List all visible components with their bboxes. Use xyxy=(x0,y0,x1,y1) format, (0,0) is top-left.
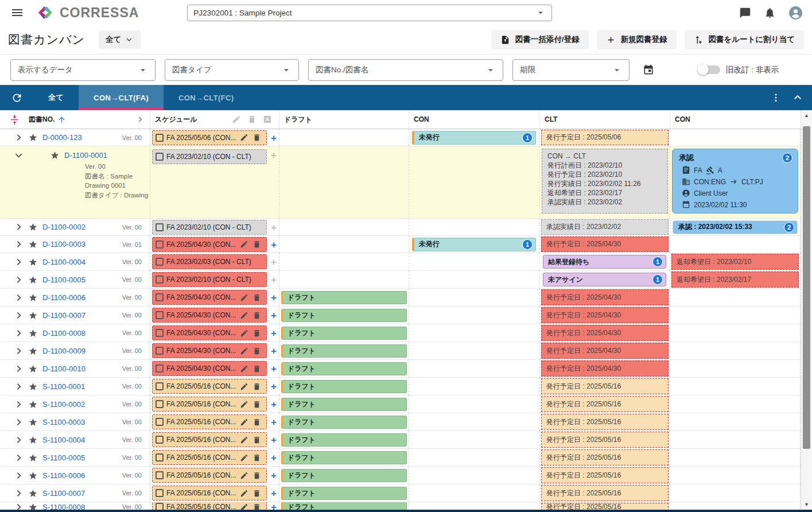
issue-info-card[interactable]: CON → CLT発行計画日 : 2023/02/10発行予定日 : 2023/… xyxy=(542,149,668,214)
bulk-attach-register-button[interactable]: 図書一括添付/登録 xyxy=(491,30,589,49)
add-schedule-button[interactable]: + xyxy=(271,453,277,463)
date-cell[interactable]: 発行予定日 : 2025/05/16 xyxy=(541,396,669,412)
schedule-card[interactable]: FA 2025/05/16 (CON... xyxy=(152,379,267,394)
date-cell[interactable]: 発行予定日 : 2025/04/30 xyxy=(541,325,669,341)
expand-row-icon[interactable] xyxy=(14,133,24,142)
pencil-icon[interactable] xyxy=(240,489,248,498)
doc-number-link[interactable]: D-1100-0006 xyxy=(42,293,86,302)
add-schedule-button[interactable]: + xyxy=(271,328,277,338)
add-schedule-button[interactable]: + xyxy=(271,311,277,320)
schedule-card[interactable]: FA 2023/02/10 (CON - CLT) xyxy=(152,272,267,287)
checkbox[interactable] xyxy=(156,311,164,319)
scroll-down-arrow-icon[interactable]: ▼ xyxy=(801,499,812,510)
kebab-menu-icon[interactable] xyxy=(771,92,781,103)
doc-number-link[interactable]: D-1100-0001 xyxy=(64,151,107,160)
doc-no-name-input[interactable]: 図書No./図書名 xyxy=(308,59,503,81)
expand-row-icon[interactable] xyxy=(14,488,24,498)
add-schedule-button[interactable]: + xyxy=(271,471,277,480)
add-schedule-button[interactable]: + xyxy=(271,417,277,427)
chat-icon[interactable] xyxy=(739,7,751,19)
favorite-star-icon[interactable] xyxy=(28,257,38,267)
draft-card[interactable]: ドラフト xyxy=(281,469,407,482)
favorite-star-icon[interactable] xyxy=(28,488,38,498)
scroll-up-arrow-icon[interactable]: ▲ xyxy=(801,110,812,121)
trash-icon[interactable] xyxy=(252,364,261,373)
approved-bar[interactable]: 承認 : 2023/02/02 15:332 xyxy=(673,220,798,234)
pencil-icon[interactable] xyxy=(240,240,248,249)
pencil-icon[interactable] xyxy=(240,311,248,320)
doc-number-link[interactable]: S-1100-0004 xyxy=(42,436,85,444)
scrollbar-thumb[interactable] xyxy=(803,126,810,449)
scope-filter-button[interactable]: 全て xyxy=(99,30,141,49)
schedule-card[interactable]: FA 2025/04/30 (CON... xyxy=(152,361,267,376)
schedule-card[interactable]: FA 2023/02/03 (CON - CLT) xyxy=(152,254,267,269)
add-schedule-button[interactable]: + xyxy=(271,435,277,445)
doc-number-link[interactable]: D-1100-0004 xyxy=(42,258,86,266)
favorite-star-icon[interactable] xyxy=(28,239,38,249)
draft-card[interactable]: ドラフト xyxy=(281,433,407,447)
favorite-star-icon[interactable] xyxy=(28,453,38,463)
add-schedule-button[interactable]: + xyxy=(271,222,277,232)
doc-number-link[interactable]: D-1100-0002 xyxy=(42,223,86,231)
doc-number-link[interactable]: S-1100-0007 xyxy=(42,489,85,498)
clear-selection-icon[interactable] xyxy=(263,115,272,124)
expand-row-icon[interactable] xyxy=(14,435,24,445)
doc-number-link[interactable]: D-0000-123 xyxy=(42,133,82,142)
expand-row-icon[interactable] xyxy=(14,293,24,302)
schedule-card[interactable]: FA 2025/04/30 (CON... xyxy=(152,237,267,252)
checkbox[interactable] xyxy=(156,276,164,284)
expand-row-icon[interactable] xyxy=(14,453,24,463)
date-cell[interactable]: 発行予定日 : 2025/05/16 xyxy=(541,414,669,430)
add-schedule-button[interactable]: + xyxy=(271,275,277,285)
favorite-star-icon[interactable] xyxy=(28,222,38,232)
checkbox[interactable] xyxy=(156,347,164,355)
pencil-icon[interactable] xyxy=(240,329,248,338)
trash-icon[interactable] xyxy=(252,436,261,444)
doc-number-link[interactable]: D-1100-0003 xyxy=(42,240,86,249)
expand-row-icon[interactable] xyxy=(14,222,24,232)
draft-card[interactable]: ドラフト xyxy=(281,327,407,340)
favorite-star-icon[interactable] xyxy=(28,133,38,142)
expand-row-icon[interactable] xyxy=(14,399,24,409)
schedule-card[interactable]: FA 2025/04/30 (CON... xyxy=(152,343,267,358)
trash-icon[interactable] xyxy=(252,347,261,355)
expand-row-icon[interactable] xyxy=(14,257,24,267)
tab-con-clt-fa[interactable]: CON→CLT(FA) xyxy=(79,85,164,110)
hamburger-menu-icon[interactable] xyxy=(10,6,24,20)
vertical-align-center-icon[interactable] xyxy=(9,114,20,125)
checkbox[interactable] xyxy=(156,329,164,337)
add-schedule-button[interactable]: + xyxy=(271,399,277,409)
date-cell[interactable]: 発行予定日 : 2025/04/30 xyxy=(541,360,669,377)
schedule-card[interactable]: FA 2025/04/30 (CON... xyxy=(152,290,267,305)
draft-card[interactable]: ドラフト xyxy=(281,291,407,304)
favorite-star-icon[interactable] xyxy=(28,364,38,374)
schedule-card[interactable]: FA 2025/05/16 (CON... xyxy=(152,432,267,447)
checkbox[interactable] xyxy=(156,436,164,444)
doc-number-link[interactable]: D-1100-0008 xyxy=(42,329,86,338)
date-cell[interactable]: 発行予定日 : 2025/04/30 xyxy=(541,343,669,359)
pencil-icon[interactable] xyxy=(240,347,248,355)
pencil-icon[interactable] xyxy=(240,453,248,462)
date-cell[interactable]: 発行予定日 : 2025/05/16 xyxy=(541,467,669,483)
collapse-panel-chevron-up-icon[interactable] xyxy=(792,92,803,103)
checkbox[interactable] xyxy=(156,453,164,461)
checkbox[interactable] xyxy=(156,471,164,479)
checkbox[interactable] xyxy=(156,400,164,408)
expand-row-icon[interactable] xyxy=(14,471,24,480)
schedule-card[interactable]: FA 2025/05/16 (CON... xyxy=(152,486,267,501)
favorite-star-icon[interactable] xyxy=(28,275,38,285)
add-schedule-button[interactable]: + xyxy=(271,382,277,391)
trash-icon[interactable] xyxy=(252,453,261,462)
favorite-star-icon[interactable] xyxy=(28,399,38,409)
favorite-star-icon[interactable] xyxy=(28,346,38,356)
user-avatar[interactable] xyxy=(788,6,803,20)
calendar-button[interactable] xyxy=(639,60,658,80)
checkbox[interactable] xyxy=(156,153,164,161)
checkbox[interactable] xyxy=(156,489,164,497)
doc-number-link[interactable]: S-1100-0006 xyxy=(42,471,85,480)
date-cell[interactable]: 返却希望日 : 2023/02/10 xyxy=(671,254,799,270)
favorite-star-icon[interactable] xyxy=(50,150,60,160)
status-card[interactable]: 未発行1 xyxy=(412,131,536,145)
date-cell[interactable]: 承認実績日 : 2023/02/02 xyxy=(541,219,669,235)
doc-number-link[interactable]: S-1100-0002 xyxy=(42,400,85,409)
